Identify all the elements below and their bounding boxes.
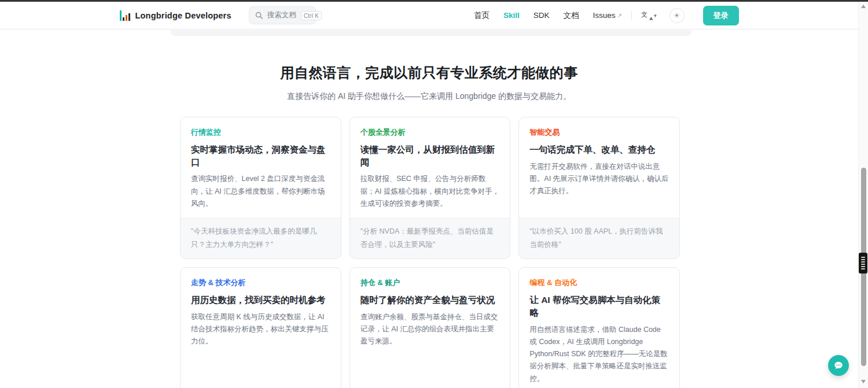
card-title: 让 AI 帮你写交易脚本与自动化策略 [529,294,669,319]
chat-bubble-icon [833,360,844,371]
card-description: 无需打开交易软件，直接在对话中说出意图。AI 先展示订单详情并请你确认，确认后才… [529,161,669,198]
feature-cards-grid: 行情监控 实时掌握市场动态，洞察资金与盘口 查询实时报价、Level 2 盘口深… [180,117,680,388]
card-coding-automation: 编程 & 自动化 让 AI 帮你写交易脚本与自动化策略 用自然语言描述需求，借助… [518,267,680,388]
side-vertical-tab[interactable] [859,253,867,274]
search-placeholder: 搜索文档 [267,10,296,20]
scrollbar-down-arrow[interactable] [861,380,866,383]
main-nav: 首页 Skill SDK 文档 Issues ↗ [474,10,622,21]
search-input[interactable]: 搜索文档 Ctrl K [249,6,316,24]
nav-item-docs[interactable]: 文档 [564,10,579,21]
page-subtitle: 直接告诉你的 AI 助手你想做什么——它来调用 Longbridge 的数据与交… [0,91,858,102]
card-description: 查询账户余额、股票与基金持仓、当日成交记录，让 AI 汇总你的组合表现并指出主要… [361,311,500,348]
nav-item-skill[interactable]: Skill [503,11,520,20]
hero-section: 用自然语言，完成以前只有专业系统才能做的事 直接告诉你的 AI 助手你想做什么—… [0,64,858,102]
external-link-icon: ↗ [617,12,622,19]
card-tag: 行情监控 [191,127,330,138]
card-stock-analysis: 个股全景分析 读懂一家公司，从财报到估值到新闻 拉取财报、SEC 申报、公告与分… [350,117,511,259]
card-tag: 编程 & 自动化 [529,278,669,288]
search-shortcut-kbd: Ctrl K [301,11,322,20]
nav-item-sdk[interactable]: SDK [534,11,550,20]
brand-name: Longbridge Developers [135,11,231,20]
page-title: 用自然语言，完成以前只有专业系统才能做的事 [0,64,858,82]
card-tag: 个股全景分析 [361,127,500,138]
card-title: 一句话完成下单、改单、查持仓 [529,143,669,156]
sun-icon: ☀ [674,12,680,20]
card-title: 用历史数据，找到买卖的时机参考 [191,294,330,306]
card-title: 实时掌握市场动态，洞察资金与盘口 [191,143,330,168]
theme-toggle-button[interactable]: ☀ [670,8,685,23]
header-inner: Longbridge Developers 搜索文档 Ctrl K 首页 Ski… [120,2,739,29]
card-technical-analysis: 走势 & 技术分析 用历史数据，找到买卖的时机参考 获取任意周期 K 线与历史成… [180,267,341,388]
card-smart-trading: 智能交易 一句话完成下单、改单、查持仓 无需打开交易软件，直接在对话中说出意图。… [518,117,680,259]
card-title: 读懂一家公司，从财报到估值到新闻 [361,143,500,168]
brand-logo[interactable]: Longbridge Developers [120,10,231,21]
window-top-strip [0,0,868,2]
header-right: 首页 Skill SDK 文档 Issues ↗ 文 A ▾ ☀ [474,6,738,25]
chat-support-button[interactable] [828,355,849,376]
card-description: 获取任意周期 K 线与历史成交数据，让 AI 结合技术指标分析趋势，标出关键支撑… [191,311,330,348]
card-description: 用自然语言描述需求，借助 Claude Code 或 Codex，AI 生成调用… [529,324,669,385]
card-portfolio-account: 持仓 & 账户 随时了解你的资产全貌与盈亏状况 查询账户余额、股票与基金持仓、当… [350,267,511,388]
card-title: 随时了解你的资产全貌与盈亏状况 [361,294,500,306]
scrollbar-up-arrow[interactable] [861,5,866,8]
card-market-monitoring: 行情监控 实时掌握市场动态，洞察资金与盘口 查询实时报价、Level 2 盘口深… [180,117,341,259]
site-header: Longbridge Developers 搜索文档 Ctrl K 首页 Ski… [0,2,858,29]
nav-issues-label: Issues [593,11,616,20]
nav-item-home[interactable]: 首页 [474,10,490,21]
chevron-down-icon: ▾ [654,13,657,19]
card-example-quote: "以市价买入 100 股 AAPL，执行前告诉我当前价格" [519,218,679,258]
nav-item-issues[interactable]: Issues ↗ [593,11,622,20]
search-icon [255,12,263,19]
card-example-quote: "分析 NVDA：最新季报亮点、当前估值是否合理，以及主要风险" [350,218,510,258]
previous-section-bottom-edge [171,30,692,36]
card-tag: 持仓 & 账户 [361,278,500,288]
card-description: 查询实时报价、Level 2 盘口深度与资金流向，让 AI 汇总多维度数据，帮你… [191,173,330,210]
card-tag: 智能交易 [529,127,669,138]
card-tag: 走势 & 技术分析 [191,278,330,288]
header-divider [631,11,632,20]
card-example-quote: "今天科技板块资金净流入最多的是哪几只？主力大单方向怎样？" [181,218,341,258]
login-button[interactable]: 登录 [703,6,739,25]
longbridge-logo-icon [120,10,130,21]
language-switcher[interactable]: 文 A ▾ [641,11,657,20]
translate-icon: 文 A [641,11,652,20]
vertical-scrollbar[interactable] [858,0,868,388]
card-description: 拉取财报、SEC 申报、公告与分析师数据；AI 提炼核心指标，横向对比竞争对手，… [361,173,500,210]
